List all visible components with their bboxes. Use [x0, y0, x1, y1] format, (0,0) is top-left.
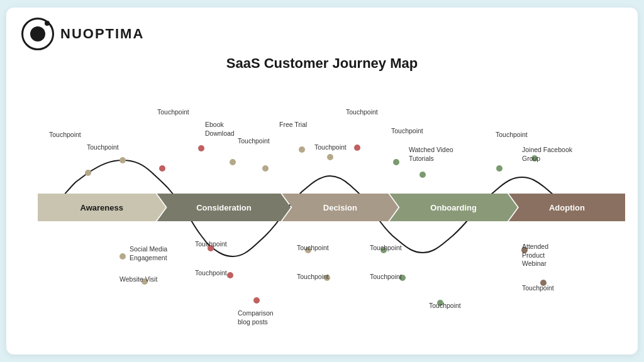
tp-comparison-blog: Comparisonblog posts [238, 309, 274, 326]
svg-point-7 [327, 154, 333, 160]
stage-consideration-label: Consideration [196, 203, 251, 212]
tp-onboarding-above-1: Touchpoint [346, 108, 378, 117]
svg-point-8 [354, 145, 360, 151]
svg-point-17 [253, 297, 260, 304]
tp-consideration-above-2: Touchpoint [238, 137, 270, 146]
svg-point-0 [85, 170, 91, 176]
svg-point-16 [227, 272, 233, 278]
header: NUOPTIMA [6, 8, 638, 53]
tp-consideration-below-2: Touchpoint [195, 269, 227, 278]
svg-point-3 [198, 145, 204, 151]
tp-joined-facebook: Joined FacebookGroup [522, 146, 572, 163]
page-container: NUOPTIMA SaaS Customer Journey Map [0, 0, 644, 362]
logo-text: NUOPTIMA [60, 26, 144, 42]
stage-awareness-label: Awareness [80, 203, 123, 212]
tp-decision-below-2: Touchpoint [297, 273, 329, 282]
stage-decision-label: Decision [323, 203, 357, 212]
main-card: NUOPTIMA SaaS Customer Journey Map [6, 8, 638, 354]
logo-circle [21, 18, 54, 50]
tp-watched-video: Watched VideoTutorials [409, 146, 453, 163]
tp-onboarding-below-2: Touchpoint [370, 273, 402, 282]
journey-map: Awareness Consideration Decision Onboard… [6, 75, 638, 339]
tp-consideration-above-1: Touchpoint [157, 108, 189, 117]
tp-awareness-2: Touchpoint [87, 143, 119, 152]
svg-point-11 [496, 165, 502, 172]
svg-point-4 [230, 159, 236, 165]
tp-onboarding-below-3: Touchpoint [429, 302, 461, 310]
tp-ebook-download: EbookDownload [205, 121, 235, 138]
page-title: SaaS Customer Journey Map [6, 55, 638, 72]
stage-onboarding: Onboarding [389, 194, 518, 221]
logo-inner-circle [30, 26, 45, 41]
stages-row: Awareness Consideration Decision Onboard… [38, 194, 625, 221]
stage-consideration: Consideration [157, 194, 291, 221]
stage-adoption: Adoption [509, 194, 625, 221]
tp-onboarding-below-1: Touchpoint [370, 244, 402, 253]
tp-adoption-below-1: Touchpoint [522, 284, 554, 293]
svg-point-13 [119, 253, 126, 260]
tp-adoption-above-1: Touchpoint [496, 131, 528, 140]
svg-point-6 [299, 146, 305, 153]
tp-free-trial: Free Trial [279, 121, 307, 129]
svg-point-9 [393, 159, 399, 165]
svg-point-5 [262, 165, 269, 172]
tp-attended-webinar: AttendedProductWebinar [522, 243, 548, 268]
logo-dot [45, 21, 50, 26]
tp-website-visit: Website Visit [119, 275, 157, 284]
tp-onboarding-above-2: Touchpoint [391, 127, 423, 136]
svg-point-10 [419, 172, 426, 178]
stage-onboarding-label: Onboarding [430, 203, 477, 212]
stage-awareness: Awareness [38, 194, 166, 221]
svg-point-1 [119, 157, 126, 163]
tp-consideration-below-1: Touchpoint [195, 240, 227, 249]
stage-decision: Decision [282, 194, 398, 221]
stage-adoption-label: Adoption [549, 203, 585, 212]
tp-decision-above-1: Touchpoint [314, 143, 347, 152]
tp-social-media: Social MediaEngagement [130, 245, 167, 262]
tp-decision-below-1: Touchpoint [297, 244, 329, 253]
tp-awareness-1: Touchpoint [49, 131, 81, 140]
svg-point-2 [159, 165, 165, 172]
